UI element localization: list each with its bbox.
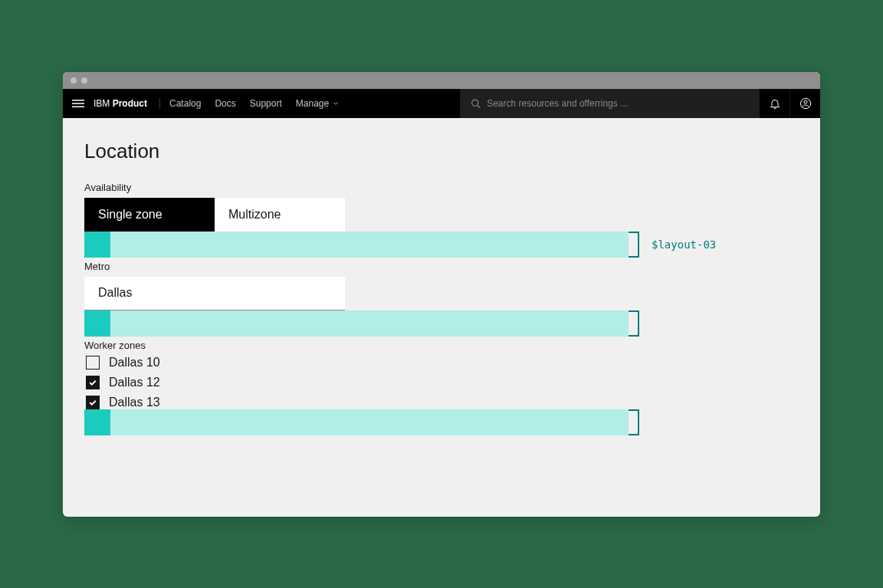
worker-zone-label: Dallas 12 — [109, 376, 160, 389]
nav-docs[interactable]: Docs — [215, 98, 235, 109]
spacing-annotation-row — [84, 409, 802, 435]
chevron-down-icon — [332, 100, 340, 107]
notifications-button[interactable] — [759, 89, 789, 118]
brand: IBM Product — [94, 98, 160, 109]
availability-label: Availability — [84, 182, 802, 193]
page-title: Location — [84, 140, 802, 163]
hamburger-icon — [72, 97, 84, 110]
bracket-icon — [629, 409, 639, 435]
search-icon — [471, 98, 481, 109]
spacing-annotation-row — [84, 310, 802, 337]
worker-zone-label: Dallas 13 — [109, 396, 160, 409]
spacing-handle — [84, 409, 110, 435]
worker-zone-item: Dallas 10 — [86, 356, 802, 370]
spacing-bar — [84, 310, 629, 337]
window-titlebar — [63, 72, 820, 89]
nav-support[interactable]: Support — [250, 98, 282, 109]
spacing-bar — [84, 409, 629, 435]
nav-manage[interactable]: Manage — [296, 98, 340, 109]
nav-manage-label: Manage — [296, 98, 329, 109]
metro-value: Dallas — [98, 286, 132, 300]
worker-zones-list: Dallas 10 Dallas 12 Dallas 13 — [84, 356, 802, 409]
page-content: Location Availability Single zone Multiz… — [63, 118, 820, 517]
window-control-dot[interactable] — [71, 77, 77, 84]
svg-rect-0 — [72, 100, 84, 101]
checkbox-dallas-12[interactable] — [86, 376, 100, 389]
metro-dropdown[interactable]: Dallas — [84, 277, 345, 310]
brand-product: Product — [113, 98, 147, 109]
app-window: IBM Product Catalog Docs Support Manage — [63, 72, 820, 517]
header-nav: Catalog Docs Support Manage — [169, 98, 340, 109]
worker-zone-label: Dallas 10 — [109, 356, 160, 370]
header-actions — [759, 89, 820, 118]
checkmark-icon — [88, 398, 97, 407]
worker-zone-item: Dallas 12 — [86, 376, 802, 389]
menu-button[interactable] — [63, 97, 94, 110]
brand-prefix: IBM — [94, 98, 110, 109]
search-input[interactable] — [487, 98, 748, 109]
bracket-icon — [629, 232, 639, 258]
spacing-bar — [84, 232, 629, 258]
svg-rect-2 — [72, 106, 84, 107]
svg-point-6 — [804, 100, 807, 103]
svg-rect-1 — [72, 103, 84, 104]
bell-icon — [769, 97, 781, 110]
checkbox-dallas-10[interactable] — [86, 356, 100, 370]
window-control-dot[interactable] — [81, 77, 87, 84]
worker-zones-label: Worker zones — [84, 340, 802, 351]
account-button[interactable] — [789, 89, 820, 118]
spacing-fill — [110, 232, 629, 258]
spacing-handle — [84, 310, 110, 337]
availability-tabs: Single zone Multizone — [84, 198, 345, 232]
svg-point-3 — [472, 100, 478, 106]
tab-multizone[interactable]: Multizone — [215, 198, 345, 232]
app-header: IBM Product Catalog Docs Support Manage — [63, 89, 820, 118]
search-bar[interactable] — [460, 89, 759, 118]
bracket-icon — [629, 310, 639, 337]
tab-single-zone[interactable]: Single zone — [84, 198, 215, 232]
spacing-handle — [84, 232, 110, 258]
nav-catalog[interactable]: Catalog — [169, 98, 201, 109]
spacing-fill — [110, 310, 629, 337]
worker-zone-item: Dallas 13 — [86, 396, 802, 409]
spacing-token-label: $layout-03 — [652, 232, 716, 258]
spacing-annotation-row: $layout-03 — [84, 232, 802, 258]
spacing-fill — [110, 409, 629, 435]
checkmark-icon — [88, 378, 97, 387]
user-icon — [799, 97, 812, 110]
checkbox-dallas-13[interactable] — [86, 396, 100, 409]
metro-label: Metro — [84, 261, 802, 272]
svg-line-4 — [478, 105, 480, 107]
